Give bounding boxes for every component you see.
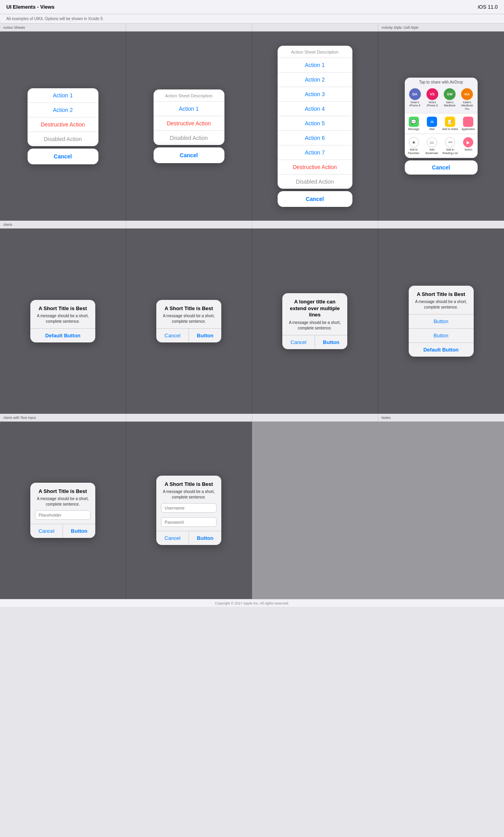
alert-2-buttons: Cancel Button [156, 328, 221, 342]
footer: Copyright © 2017 Apple Inc. All rights r… [0, 599, 504, 607]
bookmark-icon: 📖 [427, 137, 437, 147]
action-item-2-disabled: Disabled Action [154, 131, 224, 145]
action-item-3-disabled: Disabled Action [278, 175, 352, 189]
action-item-1-destructive[interactable]: Destructive Action [28, 117, 98, 132]
action-item-3-6[interactable]: Action 6 [278, 131, 352, 145]
alert-input-1-title: A Short Title is Best [35, 488, 91, 495]
action-favorites[interactable]: ★ Add to Favorites [405, 136, 423, 156]
alert-cell-2: A Short Title is Best A message should b… [126, 229, 252, 414]
alert-3-message: A message should be a short, complete se… [287, 320, 343, 331]
label-action-sheets: Action Sheets [0, 24, 126, 31]
action-bookmark-label: Add Bookmark [424, 148, 440, 155]
label-empty2 [252, 24, 378, 31]
alerts-input-row: A Short Title is Best A message should b… [0, 422, 504, 599]
alert-input-2-password[interactable] [161, 517, 217, 527]
alert-input-cell-1: A Short Title is Best A message should b… [0, 422, 126, 599]
action-item-3-7[interactable]: Action 7 [278, 145, 352, 160]
alert-cell-4: A Short Title is Best A message should b… [378, 229, 504, 414]
alerts-row: A Short Title is Best A message should b… [0, 229, 504, 414]
alert-input-cell-2: A Short Title is Best A message should b… [126, 422, 252, 599]
alert-4-btn2[interactable]: Button [409, 329, 474, 343]
action-sheet-3: Action Sheet Description Action 1 Action… [278, 46, 352, 189]
app-application[interactable]: Application [459, 115, 477, 132]
action-item-1-2[interactable]: Action 2 [28, 103, 98, 117]
action-sheet-cancel-1[interactable]: Cancel [28, 149, 98, 164]
alert-2-default-btn[interactable]: Button [189, 329, 221, 342]
avatar-sw[interactable]: SW Sam'sMacBook [443, 88, 457, 111]
alert-4-message: A message should be a short, complete se… [413, 299, 469, 310]
alert-input-2-title: A Short Title is Best [161, 481, 217, 488]
app-application-icon [463, 117, 473, 127]
action-sheet-cancel-3[interactable]: Cancel [278, 191, 352, 207]
alert-3-default-btn[interactable]: Button [315, 335, 347, 349]
action-reading-label: Add to Reading List [442, 148, 458, 155]
mail-icon: ✉ [427, 117, 437, 127]
action-item-3-3[interactable]: Action 3 [278, 87, 352, 102]
alert-input-1-buttons: Cancel Button [30, 524, 95, 538]
action-item-1-disabled: Disabled Action [28, 132, 98, 146]
alert-1-content: A Short Title is Best A message should b… [30, 300, 95, 329]
action-item-3-4[interactable]: Action 4 [278, 102, 352, 116]
activity-actions-row: ★ Add to Favorites 📖 Add Bookmark 👓 Add … [405, 134, 478, 158]
airdrop-avatars: DA Dean'siPhone 8 VS Vera'siPhone 8 SW S… [405, 87, 478, 113]
share-icon: ▶ [463, 137, 473, 147]
section1-labels: Action Sheets Activity Style: Cell Style [0, 24, 504, 32]
action-sheet-cancel-2[interactable]: Cancel [154, 147, 224, 163]
alert-4-default-btn[interactable]: Default Button [409, 343, 474, 357]
avatar-ka[interactable]: KA Katie'sMacBook Pro [460, 88, 474, 111]
airdrop-label: Tap to share with AirDrop [405, 78, 478, 87]
action-sheet-container-2: Action Sheet Description Action 1 Destru… [154, 89, 224, 163]
alert-input-1-cancel-btn[interactable]: Cancel [30, 524, 63, 538]
label-notes: Notes [378, 414, 504, 421]
message-icon: 💬 [409, 117, 419, 127]
label-activity: Activity Style: Cell Style [378, 24, 504, 31]
alert-input-1-field[interactable] [35, 510, 91, 520]
alert-input-2: A Short Title is Best A message should b… [156, 476, 221, 545]
action-item-3-2[interactable]: Action 2 [278, 73, 352, 87]
action-item-3-destructive[interactable]: Destructive Action [278, 160, 352, 175]
avatar-label-da: Dean'siPhone 8 [410, 101, 421, 108]
action-item-3-5[interactable]: Action 5 [278, 116, 352, 131]
label-empty1 [126, 24, 252, 31]
alert-input-2-username[interactable] [161, 503, 217, 513]
app-mail-label: Mail [429, 128, 434, 130]
label-alerts: Alerts [0, 221, 126, 228]
alert-input-2-cancel-btn[interactable]: Cancel [156, 531, 189, 545]
alert-input-1-confirm-btn[interactable]: Button [63, 524, 95, 538]
alert-1-message: A message should be a short, complete se… [35, 313, 91, 324]
alert-3-cancel-btn[interactable]: Cancel [282, 335, 315, 349]
label-empty7 [252, 414, 378, 421]
notes-cell [252, 422, 504, 599]
action-sheet-cell-2: Action Sheet Description Action 1 Destru… [126, 32, 252, 221]
alert-2-cancel-btn[interactable]: Cancel [156, 329, 189, 342]
avatar-vs[interactable]: VS Vera'siPhone 8 [425, 88, 439, 111]
alert-4-content: A Short Title is Best A message should b… [409, 286, 474, 314]
alert-1-default-btn[interactable]: Default Button [30, 329, 95, 342]
action-sheet-2: Action Sheet Description Action 1 Destru… [154, 89, 224, 145]
avatar-circle-da: DA [409, 88, 421, 100]
label-alerts-input: Alerts with Text Input [0, 414, 126, 421]
action-sheet-1: Action 1 Action 2 Destructive Action Dis… [28, 88, 98, 146]
activity-apps-row: 💬 Message ✉ Mail 📝 Add to Notes Applicat… [405, 113, 478, 134]
activity-cancel[interactable]: Cancel [405, 160, 478, 175]
alert-2: A Short Title is Best A message should b… [156, 300, 221, 343]
avatar-label-ka: Katie'sMacBook Pro [460, 101, 474, 111]
action-favorites-label: Add to Favorites [406, 148, 422, 155]
action-item-3-1[interactable]: Action 1 [278, 58, 352, 73]
sub-header: All examples of UIKit. Options will be s… [0, 14, 504, 24]
app-message[interactable]: 💬 Message [405, 115, 423, 132]
avatar-label-vs: Vera'siPhone 8 [427, 101, 438, 108]
action-sheet-container-1: Action 1 Action 2 Destructive Action Dis… [28, 88, 98, 164]
action-item-1-1[interactable]: Action 1 [28, 88, 98, 103]
alert-input-2-confirm-btn[interactable]: Button [189, 531, 221, 545]
section3-labels: Alerts with Text Input Notes [0, 414, 504, 422]
action-item-2-1[interactable]: Action 1 [154, 102, 224, 116]
action-share[interactable]: ▶ Action [459, 136, 477, 156]
action-item-2-destructive[interactable]: Destructive Action [154, 116, 224, 131]
app-notes[interactable]: 📝 Add to Notes [441, 115, 459, 132]
action-bookmark[interactable]: 📖 Add Bookmark [423, 136, 441, 156]
alert-4-btn1[interactable]: Button [409, 314, 474, 329]
avatar-da[interactable]: DA Dean'siPhone 8 [408, 88, 422, 111]
action-reading[interactable]: 👓 Add to Reading List [441, 136, 459, 156]
app-mail[interactable]: ✉ Mail [423, 115, 441, 132]
